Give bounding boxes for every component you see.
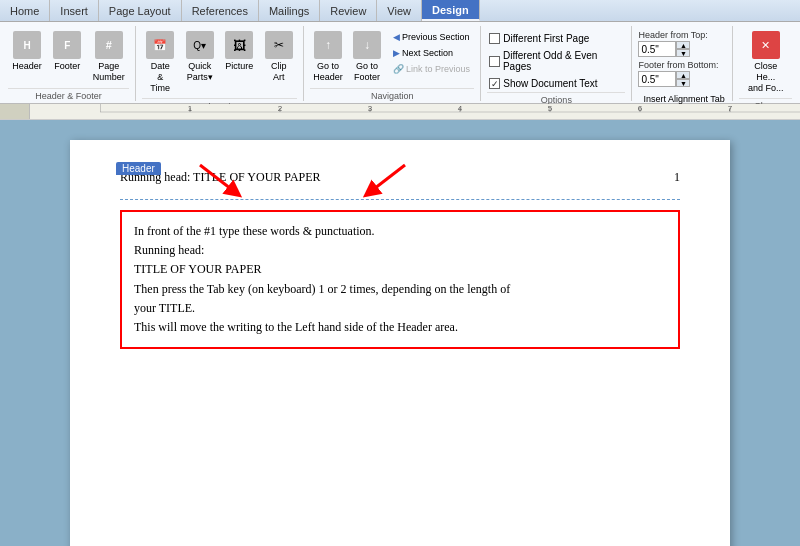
svg-text:3: 3 <box>368 104 373 113</box>
header-from-top-input[interactable] <box>638 41 676 57</box>
svg-text:5: 5 <box>548 104 553 113</box>
go-to-header-icon: ↑ <box>314 31 342 59</box>
go-to-footer-icon: ↓ <box>353 31 381 59</box>
clip-art-button[interactable]: ✂ ClipArt <box>261 28 298 86</box>
instruction-box: In front of the #1 type these words & pu… <box>120 210 680 349</box>
footer-bottom-down-button[interactable]: ▼ <box>676 79 690 87</box>
instruction-line-6: This will move the writing to the Left h… <box>134 320 458 334</box>
instruction-line-2: Running head: <box>134 243 204 257</box>
tab-insert[interactable]: Insert <box>50 0 99 21</box>
tab-references[interactable]: References <box>182 0 259 21</box>
page-wrapper: Header Running head: TITLE OF YOUR PAPER… <box>70 140 730 526</box>
header-from-top-spinner: Header from Top: ▲ ▼ <box>638 30 707 57</box>
page-number-button[interactable]: # PageNumber <box>89 28 129 86</box>
group-options: Different First Page Different Odd & Eve… <box>481 26 632 101</box>
group-header-footer: H Header F Footer # PageNumber Header & … <box>2 26 136 101</box>
footer-bottom-up-button[interactable]: ▲ <box>676 71 690 79</box>
header-icon: H <box>13 31 41 59</box>
different-odd-even-checkbox[interactable]: Different Odd & Even Pages <box>487 49 625 73</box>
next-section-button[interactable]: ▶ Next Section <box>388 46 475 60</box>
page-number-icon: # <box>95 31 123 59</box>
ruler-scale: 1 2 3 4 5 6 7 <box>100 104 800 119</box>
tab-review[interactable]: Review <box>320 0 377 21</box>
header-section-label: Header <box>116 162 161 175</box>
instruction-line-3: TITLE OF YOUR PAPER <box>134 262 261 276</box>
go-to-footer-button[interactable]: ↓ Go toFooter <box>349 28 385 86</box>
page-number-text: 1 <box>674 170 680 185</box>
footer-icon: F <box>53 31 81 59</box>
header-top-arrows: ▲ ▼ <box>676 41 690 57</box>
document-area: Header Running head: TITLE OF YOUR PAPER… <box>0 120 800 546</box>
document-page: Header Running head: TITLE OF YOUR PAPER… <box>70 140 730 546</box>
hf-group-label: Header & Footer <box>8 88 129 101</box>
footer-bottom-arrows: ▲ ▼ <box>676 71 690 87</box>
footer-from-bottom-spinner: Footer from Bottom: ▲ ▼ <box>638 60 718 87</box>
different-odd-even-check-icon <box>489 56 500 67</box>
navigation-group-label: Navigation <box>310 88 474 101</box>
date-time-icon: 📅 <box>146 31 174 59</box>
quick-parts-icon: Q▾ <box>186 31 214 59</box>
picture-icon: 🖼 <box>225 31 253 59</box>
instruction-line-5: your TITLE. <box>134 301 195 315</box>
tab-design[interactable]: Design <box>422 0 480 21</box>
horizontal-ruler: 1 2 3 4 5 6 7 <box>0 104 800 120</box>
group-position: Header from Top: ▲ ▼ Footer from Bottom: <box>632 26 733 101</box>
picture-button[interactable]: 🖼 Picture <box>221 28 258 74</box>
quick-parts-button[interactable]: Q▾ QuickParts▾ <box>181 28 218 86</box>
previous-section-button[interactable]: ◀ Previous Section <box>388 30 475 44</box>
footer-button[interactable]: F Footer <box>49 28 86 74</box>
show-document-text-checkbox[interactable]: Show Document Text <box>487 77 599 90</box>
date-time-button[interactable]: 📅 Date& Time <box>142 28 179 96</box>
show-document-text-check-icon <box>489 78 500 89</box>
group-close: ✕ Close He...and Fo... Close <box>733 26 798 101</box>
close-header-footer-button[interactable]: ✕ Close He...and Fo... <box>739 28 792 96</box>
clip-art-icon: ✂ <box>265 31 293 59</box>
different-first-page-check-icon <box>489 33 500 44</box>
tab-home[interactable]: Home <box>0 0 50 21</box>
link-to-previous-button[interactable]: 🔗 Link to Previous <box>388 62 475 76</box>
svg-text:6: 6 <box>638 104 643 113</box>
group-navigation: ↑ Go toHeader ↓ Go toFooter ◀ Previous S… <box>304 26 481 101</box>
instruction-line-4: Then press the Tab key (on keyboard) 1 o… <box>134 282 510 296</box>
tab-page-layout[interactable]: Page Layout <box>99 0 182 21</box>
ribbon-content: H Header F Footer # PageNumber Header & … <box>0 22 800 104</box>
svg-text:4: 4 <box>458 104 463 113</box>
close-hf-icon: ✕ <box>752 31 780 59</box>
svg-text:2: 2 <box>278 104 283 113</box>
instruction-line-1: In front of the #1 type these words & pu… <box>134 224 375 238</box>
page-header-area: Header Running head: TITLE OF YOUR PAPER… <box>120 170 680 200</box>
different-first-page-checkbox[interactable]: Different First Page <box>487 32 591 45</box>
go-to-header-button[interactable]: ↑ Go toHeader <box>310 28 346 86</box>
header-top-down-button[interactable]: ▼ <box>676 49 690 57</box>
header-top-up-button[interactable]: ▲ <box>676 41 690 49</box>
ribbon-tabs: Home Insert Page Layout References Maili… <box>0 0 800 22</box>
group-insert: 📅 Date& Time Q▾ QuickParts▾ 🖼 Picture ✂ … <box>136 26 304 101</box>
tab-view[interactable]: View <box>377 0 422 21</box>
header-button[interactable]: H Header <box>8 28 46 74</box>
svg-text:1: 1 <box>188 104 193 113</box>
footer-from-bottom-input[interactable] <box>638 71 676 87</box>
svg-text:7: 7 <box>728 104 733 113</box>
tab-mailings[interactable]: Mailings <box>259 0 320 21</box>
